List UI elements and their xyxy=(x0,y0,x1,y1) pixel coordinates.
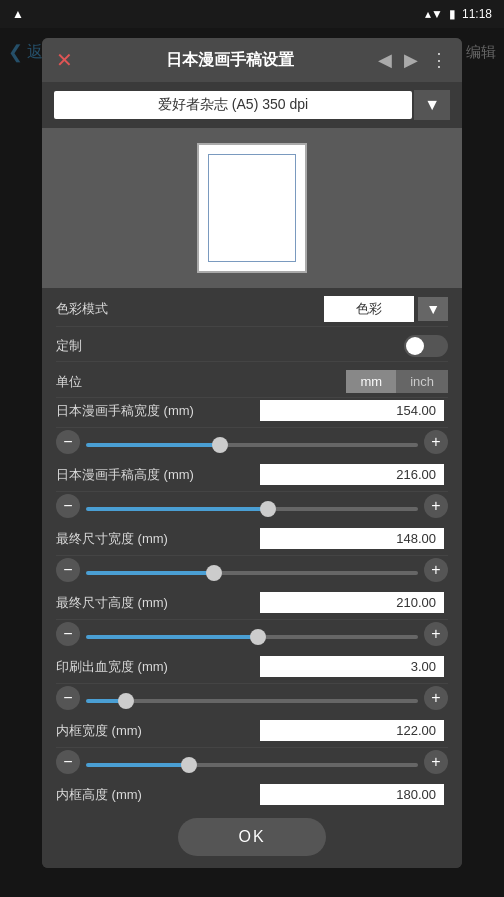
slider-input-0[interactable] xyxy=(86,443,418,447)
color-mode-label: 色彩模式 xyxy=(56,300,324,318)
color-mode-arrow[interactable]: ▼ xyxy=(418,297,448,321)
slider-minus-5[interactable]: − xyxy=(56,750,80,774)
slider-track-row-3: −+ xyxy=(56,620,448,654)
slider-container-2 xyxy=(86,561,418,579)
paper-inner xyxy=(208,154,296,262)
custom-label: 定制 xyxy=(56,337,404,355)
next-icon[interactable]: ▶ xyxy=(404,49,418,71)
slider-field-label-3: 最终尺寸高度 (mm) xyxy=(56,594,260,612)
dialog-overlay: ✕ 日本漫画手稿设置 ◀ ▶ ⋮ ▼ 色彩模式 色彩 xyxy=(0,28,504,897)
color-mode-control: 色彩 ▼ xyxy=(324,296,448,322)
slider-track-row-2: −+ xyxy=(56,556,448,590)
slider-field-label-5: 内框宽度 (mm) xyxy=(56,722,260,740)
settings-body[interactable]: 色彩模式 色彩 ▼ 定制 单位 mm i xyxy=(42,288,462,808)
dialog-title: 日本漫画手稿设置 xyxy=(81,50,378,71)
slider-input-3[interactable] xyxy=(86,635,418,639)
preset-row: ▼ xyxy=(42,82,462,128)
ok-btn-row: OK xyxy=(42,808,462,868)
slider-plus-3[interactable]: + xyxy=(424,622,448,646)
slider-minus-3[interactable]: − xyxy=(56,622,80,646)
slider-field-label-0: 日本漫画手稿宽度 (mm) xyxy=(56,402,260,420)
slider-input-1[interactable] xyxy=(86,507,418,511)
color-mode-value[interactable]: 色彩 xyxy=(324,296,414,322)
slider-track-row-4: −+ xyxy=(56,684,448,718)
slider-minus-1[interactable]: − xyxy=(56,494,80,518)
slider-label-row-6: 内框高度 (mm) xyxy=(56,782,448,808)
slider-container-1 xyxy=(86,497,418,515)
slider-fields: 日本漫画手稿宽度 (mm)−+日本漫画手稿高度 (mm)−+最终尺寸宽度 (mm… xyxy=(56,398,448,808)
unit-inch-button[interactable]: inch xyxy=(396,370,448,393)
dialog-header: ✕ 日本漫画手稿设置 ◀ ▶ ⋮ xyxy=(42,38,462,82)
custom-toggle-wrap xyxy=(404,335,448,357)
preview-area xyxy=(42,128,462,288)
slider-plus-1[interactable]: + xyxy=(424,494,448,518)
header-more-icon[interactable]: ⋮ xyxy=(430,49,448,71)
slider-label-row-2: 最终尺寸宽度 (mm) xyxy=(56,526,448,556)
toggle-thumb xyxy=(406,337,424,355)
preset-input[interactable] xyxy=(54,91,412,119)
custom-toggle[interactable] xyxy=(404,335,448,357)
slider-label-row-5: 内框宽度 (mm) xyxy=(56,718,448,748)
slider-minus-0[interactable]: − xyxy=(56,430,80,454)
slider-value-6[interactable] xyxy=(260,784,444,805)
slider-value-2[interactable] xyxy=(260,528,444,549)
slider-plus-5[interactable]: + xyxy=(424,750,448,774)
status-bar: ▲ ▴▼ ▮ 11:18 xyxy=(0,0,504,28)
slider-value-4[interactable] xyxy=(260,656,444,677)
slider-input-5[interactable] xyxy=(86,763,418,767)
slider-container-4 xyxy=(86,689,418,707)
slider-value-5[interactable] xyxy=(260,720,444,741)
close-button[interactable]: ✕ xyxy=(56,48,73,72)
slider-plus-0[interactable]: + xyxy=(424,430,448,454)
ok-button[interactable]: OK xyxy=(178,818,325,856)
signal-icon: ▲ xyxy=(12,7,24,21)
unit-row: 单位 mm inch xyxy=(56,362,448,398)
header-icons: ◀ ▶ ⋮ xyxy=(378,49,448,71)
slider-label-row-4: 印刷出血宽度 (mm) xyxy=(56,654,448,684)
paper-preview xyxy=(197,143,307,273)
wifi-icon: ▴▼ xyxy=(425,7,443,21)
status-left: ▲ xyxy=(12,7,24,21)
slider-field-label-4: 印刷出血宽度 (mm) xyxy=(56,658,260,676)
status-right: ▴▼ ▮ 11:18 xyxy=(425,7,492,21)
slider-field-label-6: 内框高度 (mm) xyxy=(56,786,260,804)
slider-minus-4[interactable]: − xyxy=(56,686,80,710)
unit-buttons: mm inch xyxy=(346,370,448,393)
slider-label-row-3: 最终尺寸高度 (mm) xyxy=(56,590,448,620)
slider-container-5 xyxy=(86,753,418,771)
slider-label-row-1: 日本漫画手稿高度 (mm) xyxy=(56,462,448,492)
slider-input-2[interactable] xyxy=(86,571,418,575)
dialog: ✕ 日本漫画手稿设置 ◀ ▶ ⋮ ▼ 色彩模式 色彩 xyxy=(42,38,462,868)
time-display: 11:18 xyxy=(462,7,492,21)
slider-plus-4[interactable]: + xyxy=(424,686,448,710)
preset-arrow-button[interactable]: ▼ xyxy=(414,90,450,120)
battery-icon: ▮ xyxy=(449,7,456,21)
slider-container-0 xyxy=(86,433,418,451)
slider-minus-2[interactable]: − xyxy=(56,558,80,582)
slider-field-label-2: 最终尺寸宽度 (mm) xyxy=(56,530,260,548)
slider-input-4[interactable] xyxy=(86,699,418,703)
prev-icon[interactable]: ◀ xyxy=(378,49,392,71)
slider-container-3 xyxy=(86,625,418,643)
unit-label: 单位 xyxy=(56,373,346,391)
slider-track-row-0: −+ xyxy=(56,428,448,462)
slider-value-0[interactable] xyxy=(260,400,444,421)
slider-plus-2[interactable]: + xyxy=(424,558,448,582)
slider-track-row-1: −+ xyxy=(56,492,448,526)
unit-mm-button[interactable]: mm xyxy=(346,370,396,393)
slider-field-label-1: 日本漫画手稿高度 (mm) xyxy=(56,466,260,484)
slider-label-row-0: 日本漫画手稿宽度 (mm) xyxy=(56,398,448,428)
color-mode-row: 色彩模式 色彩 ▼ xyxy=(56,288,448,327)
custom-row: 定制 xyxy=(56,327,448,362)
slider-track-row-5: −+ xyxy=(56,748,448,782)
slider-value-1[interactable] xyxy=(260,464,444,485)
slider-value-3[interactable] xyxy=(260,592,444,613)
